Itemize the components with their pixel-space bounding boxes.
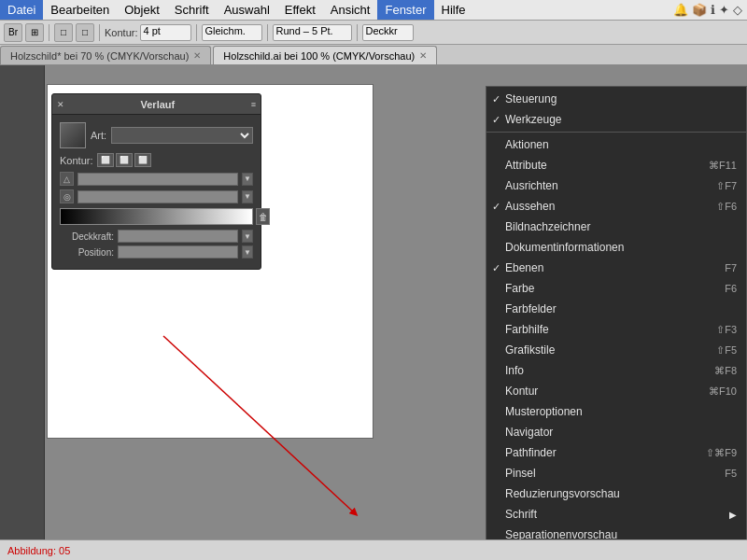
position-input[interactable]: [118, 245, 238, 259]
stroke-btn2[interactable]: □: [76, 23, 94, 42]
toolbar-separator-1: [49, 24, 49, 41]
menu-item-separationenvorschau[interactable]: Separationenvorschau: [486, 525, 746, 539]
toolbar-separator-4: [267, 24, 268, 41]
tab-close-2[interactable]: ✕: [419, 50, 427, 61]
bluetooth-icon: ✦: [719, 3, 729, 17]
dropbox-icon: 📦: [692, 3, 707, 17]
grid-button[interactable]: ⊞: [25, 23, 44, 42]
kontur-buttons: ⬜ ⬜ ⬜: [97, 153, 151, 167]
left-tools-panel: [0, 65, 45, 539]
tab-label-1: Holzschild* bei 70 % (CMYK/Vorschau): [10, 50, 189, 62]
verlauf-art-select[interactable]: [111, 127, 253, 144]
menu-item-dokumentinformationen[interactable]: Dokumentinformationen: [486, 237, 746, 258]
toolbar-separator-3: [196, 24, 197, 41]
verlauf-art-label: Art:: [91, 130, 106, 141]
statusbar: Abbildung: 05: [0, 539, 747, 560]
kontur-label: Kontur:: [105, 27, 137, 38]
menu-item-ebenen[interactable]: Ebenen F7: [486, 258, 746, 278]
menubar-item-effekt[interactable]: Effekt: [277, 0, 323, 20]
tab-close-1[interactable]: ✕: [193, 50, 201, 61]
panel-close-btn[interactable]: ✕: [57, 100, 64, 109]
aspect-input[interactable]: [78, 190, 238, 203]
menubar-item-fenster[interactable]: Fenster: [377, 0, 433, 20]
verlauf-kontur-label: Kontur:: [60, 155, 92, 166]
toolbar-separator-5: [357, 24, 358, 41]
rund-select[interactable]: Rund – 5 Pt.: [273, 24, 352, 41]
kontur-btn-2[interactable]: ⬜: [116, 153, 133, 167]
menu-item-musteroptionen[interactable]: Musteroptionen: [486, 401, 746, 422]
gradient-delete-btn[interactable]: 🗑: [256, 208, 270, 225]
menu-item-farbhilfe[interactable]: Farbhilfe ⇧F3: [486, 319, 746, 340]
toolbar: Br ⊞ □ □ Kontur: 4 pt Gleichm. Rund – 5 …: [0, 21, 747, 45]
menu-sep-1: [486, 132, 746, 133]
info-circle-icon: ℹ: [711, 3, 715, 17]
bell-icon: 🔔: [673, 3, 688, 17]
menubar-item-ansicht[interactable]: Ansicht: [323, 0, 378, 20]
verlauf-body: Art: Kontur: ⬜ ⬜ ⬜ △ ▼ ◎: [52, 115, 261, 269]
tab-label-2: Holzschild.ai bei 100 % (CMYK/Vorschau): [223, 50, 415, 62]
menubar-item-schrift[interactable]: Schrift: [167, 0, 217, 20]
gleichm-select[interactable]: Gleichm.: [202, 24, 262, 41]
menubar-item-auswahl[interactable]: Auswahl: [217, 0, 277, 20]
canvas-area: ✕ Verlauf ≡ Art: Kontur: ⬜ ⬜ ⬜: [0, 65, 747, 539]
menu-item-steuerung[interactable]: Steuerung: [486, 89, 746, 109]
verlauf-swatch[interactable]: [60, 122, 86, 148]
angle-arrow[interactable]: ▼: [242, 173, 253, 186]
verlauf-position-row: Position: ▼: [60, 245, 253, 259]
position-label: Position:: [60, 247, 114, 258]
br-button[interactable]: Br: [4, 23, 22, 42]
system-icons: 🔔 📦 ℹ ✦ ◇: [673, 3, 747, 17]
menu-item-reduzierungsvorschau[interactable]: Reduzierungsvorschau: [486, 483, 746, 504]
gradient-bar-container: 🗑: [60, 208, 253, 225]
deckkraft-arrow[interactable]: ▼: [242, 230, 253, 243]
menu-item-farbfelder[interactable]: Farbfelder: [486, 299, 746, 319]
menu-item-attribute[interactable]: Attribute ⌘F11: [486, 155, 746, 175]
menubar-item-objekt[interactable]: Objekt: [117, 0, 167, 20]
menubar: Datei Bearbeiten Objekt Schrift Auswahl …: [0, 0, 747, 21]
deckkraft-label: Deckkraft:: [60, 231, 114, 242]
menu-item-kontur[interactable]: Kontur ⌘F10: [486, 381, 746, 401]
statusbar-text: Abbildung: 05: [7, 545, 70, 556]
stroke-btn[interactable]: □: [54, 23, 73, 42]
verlauf-panel: ✕ Verlauf ≡ Art: Kontur: ⬜ ⬜ ⬜: [51, 93, 261, 270]
deckkr-select[interactable]: Deckkr: [362, 24, 414, 41]
tab-holzschild-100[interactable]: Holzschild.ai bei 100 % (CMYK/Vorschau) …: [213, 46, 437, 64]
aspect-arrow[interactable]: ▼: [242, 190, 253, 203]
menu-item-pinsel[interactable]: Pinsel F5: [486, 463, 746, 483]
fenster-dropdown: Steuerung Werkzeuge Aktionen Attribute ⌘…: [486, 86, 747, 539]
verlauf-deckkraft-row: Deckkraft: ▼: [60, 230, 253, 243]
position-arrow[interactable]: ▼: [242, 245, 253, 259]
panel-collapse-btn[interactable]: ≡: [251, 100, 256, 109]
menubar-item-datei[interactable]: Datei: [0, 0, 43, 20]
verlauf-kontur-row: Kontur: ⬜ ⬜ ⬜: [60, 153, 253, 167]
wifi-icon: ◇: [733, 3, 742, 17]
menu-item-aktionen[interactable]: Aktionen: [486, 134, 746, 155]
kontur-btn-3[interactable]: ⬜: [134, 153, 151, 167]
menu-item-ausrichten[interactable]: Ausrichten ⇧F7: [486, 175, 746, 196]
verlauf-misc-row-1: △ ▼: [60, 172, 253, 186]
menu-item-werkzeuge[interactable]: Werkzeuge: [486, 109, 746, 130]
verlauf-misc-row-2: ◎ ▼: [60, 189, 253, 203]
menubar-item-hilfe[interactable]: Hilfe: [434, 0, 473, 20]
menu-item-schrift[interactable]: Schrift ▶: [486, 504, 746, 525]
menu-item-farbe[interactable]: Farbe F6: [486, 278, 746, 299]
gradient-bar[interactable]: [60, 208, 253, 225]
menu-item-grafikstile[interactable]: Grafikstile ⇧F5: [486, 340, 746, 360]
kontur-btn-1[interactable]: ⬜: [97, 153, 114, 167]
menu-item-bildnachzeichner[interactable]: Bildnachzeichner: [486, 217, 746, 237]
angle-input[interactable]: [78, 173, 238, 186]
menu-item-pathfinder[interactable]: Pathfinder ⇧⌘F9: [486, 442, 746, 463]
angle-icon[interactable]: △: [60, 172, 74, 186]
kontur-select[interactable]: 4 pt: [140, 24, 191, 41]
deckkraft-input[interactable]: [118, 230, 238, 243]
verlauf-art-row: Art:: [60, 122, 253, 148]
menu-item-info[interactable]: Info ⌘F8: [486, 360, 746, 381]
tabbar: Holzschild* bei 70 % (CMYK/Vorschau) ✕ H…: [0, 45, 747, 65]
menubar-item-bearbeiten[interactable]: Bearbeiten: [43, 0, 117, 20]
menu-item-aussehen[interactable]: Aussehen ⇧F6: [486, 196, 746, 217]
verlauf-panel-header: ✕ Verlauf ≡: [52, 94, 261, 115]
aspect-icon[interactable]: ◎: [60, 189, 74, 203]
menu-item-navigator[interactable]: Navigator: [486, 422, 746, 442]
verlauf-title: Verlauf: [141, 99, 176, 110]
tab-holzschild-70[interactable]: Holzschild* bei 70 % (CMYK/Vorschau) ✕: [0, 46, 211, 64]
